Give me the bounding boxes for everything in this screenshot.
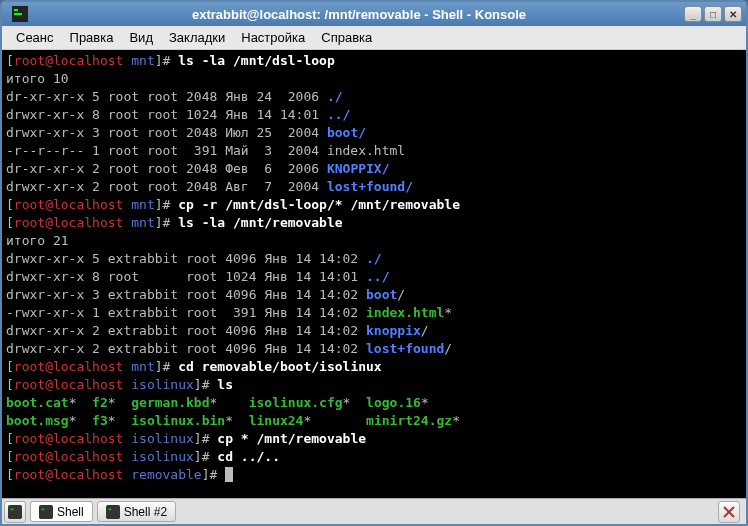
svg-rect-4 — [11, 509, 14, 511]
window-title: extrabbit@localhost: /mnt/removable - Sh… — [34, 7, 684, 22]
window-controls: _ □ ✕ — [684, 6, 742, 22]
terminal-icon — [106, 505, 120, 519]
svg-rect-8 — [108, 508, 111, 510]
tab-close-button[interactable] — [718, 501, 740, 523]
tabbar: Shell Shell #2 — [2, 498, 746, 524]
svg-rect-3 — [8, 505, 22, 519]
svg-rect-2 — [14, 13, 22, 15]
titlebar[interactable]: extrabbit@localhost: /mnt/removable - Sh… — [2, 2, 746, 26]
svg-rect-5 — [39, 505, 53, 519]
menu-edit[interactable]: Правка — [62, 28, 122, 47]
maximize-button[interactable]: □ — [704, 6, 722, 22]
svg-rect-6 — [42, 508, 45, 510]
menubar: Сеанс Правка Вид Закладки Настройка Спра… — [2, 26, 746, 50]
tab-label: Shell #2 — [124, 505, 167, 519]
menu-session[interactable]: Сеанс — [8, 28, 62, 47]
app-icon — [12, 6, 28, 22]
terminal-icon — [39, 505, 53, 519]
konsole-window: extrabbit@localhost: /mnt/removable - Sh… — [0, 0, 748, 526]
menu-bookmarks[interactable]: Закладки — [161, 28, 233, 47]
new-tab-button[interactable] — [4, 501, 26, 523]
svg-rect-7 — [106, 505, 120, 519]
menu-settings[interactable]: Настройка — [233, 28, 313, 47]
menu-help[interactable]: Справка — [313, 28, 380, 47]
tab-shell-1[interactable]: Shell — [30, 501, 93, 522]
tab-shell-2[interactable]: Shell #2 — [97, 501, 176, 522]
menu-view[interactable]: Вид — [121, 28, 161, 47]
tab-label: Shell — [57, 505, 84, 519]
close-button[interactable]: ✕ — [724, 6, 742, 22]
terminal-output[interactable]: [root@localhost mnt]# ls -la /mnt/dsl-lo… — [2, 50, 746, 498]
svg-rect-1 — [14, 9, 18, 11]
minimize-button[interactable]: _ — [684, 6, 702, 22]
